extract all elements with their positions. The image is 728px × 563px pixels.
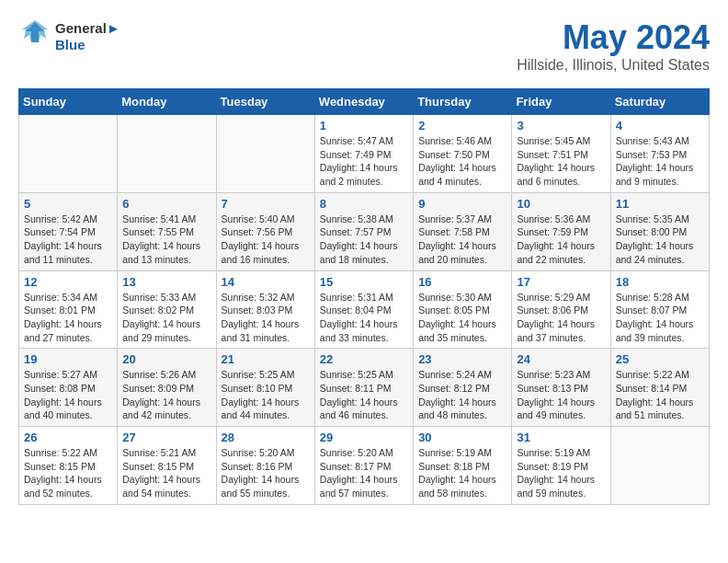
day-info: Sunrise: 5:34 AMSunset: 8:01 PMDaylight:… — [24, 291, 112, 345]
calendar-week-row: 5Sunrise: 5:42 AMSunset: 7:54 PMDaylight… — [19, 192, 710, 270]
table-row: 20Sunrise: 5:26 AMSunset: 8:09 PMDayligh… — [118, 349, 216, 427]
table-row — [19, 115, 118, 193]
table-row: 19Sunrise: 5:27 AMSunset: 8:08 PMDayligh… — [19, 349, 118, 427]
day-info: Sunrise: 5:37 AMSunset: 7:58 PMDaylight:… — [418, 213, 506, 267]
table-row: 23Sunrise: 5:24 AMSunset: 8:12 PMDayligh… — [414, 349, 512, 427]
day-number: 17 — [517, 275, 605, 289]
table-row: 28Sunrise: 5:20 AMSunset: 8:16 PMDayligh… — [216, 427, 314, 505]
day-info: Sunrise: 5:22 AMSunset: 8:14 PMDaylight:… — [616, 368, 704, 422]
day-number: 29 — [320, 431, 408, 444]
day-number: 19 — [24, 352, 112, 366]
day-number: 6 — [122, 197, 210, 211]
calendar-title-block: May 2024 Hillside, Illinois, United Stat… — [517, 18, 710, 74]
day-number: 26 — [24, 431, 112, 444]
table-row: 3Sunrise: 5:45 AMSunset: 7:51 PMDaylight… — [512, 115, 610, 193]
day-number: 7 — [222, 197, 310, 211]
day-info: Sunrise: 5:20 AMSunset: 8:16 PMDaylight:… — [222, 446, 310, 500]
day-info: Sunrise: 5:32 AMSunset: 8:03 PMDaylight:… — [222, 291, 310, 345]
day-info: Sunrise: 5:47 AMSunset: 7:49 PMDaylight:… — [320, 134, 408, 189]
day-number: 18 — [616, 275, 704, 289]
day-info: Sunrise: 5:43 AMSunset: 7:53 PMDaylight:… — [616, 134, 704, 189]
logo-bird-icon — [18, 18, 51, 52]
day-info: Sunrise: 5:41 AMSunset: 7:55 PMDaylight:… — [122, 213, 210, 267]
day-info: Sunrise: 5:35 AMSunset: 8:00 PMDaylight:… — [616, 213, 704, 267]
day-info: Sunrise: 5:20 AMSunset: 8:17 PMDaylight:… — [320, 446, 408, 500]
table-row: 25Sunrise: 5:22 AMSunset: 8:14 PMDayligh… — [610, 349, 709, 427]
table-row: 4Sunrise: 5:43 AMSunset: 7:53 PMDaylight… — [610, 115, 709, 193]
table-row: 1Sunrise: 5:47 AMSunset: 7:49 PMDaylight… — [314, 115, 413, 193]
day-number: 13 — [122, 275, 210, 289]
svg-marker-1 — [22, 20, 48, 42]
table-row: 17Sunrise: 5:29 AMSunset: 8:06 PMDayligh… — [512, 270, 610, 349]
day-info: Sunrise: 5:40 AMSunset: 7:56 PMDaylight:… — [222, 213, 310, 267]
table-row: 22Sunrise: 5:25 AMSunset: 8:11 PMDayligh… — [314, 349, 413, 427]
calendar-header-row: Sunday Monday Tuesday Wednesday Thursday… — [19, 89, 710, 115]
table-row: 14Sunrise: 5:32 AMSunset: 8:03 PMDayligh… — [216, 270, 314, 349]
table-row: 15Sunrise: 5:31 AMSunset: 8:04 PMDayligh… — [314, 270, 413, 349]
day-info: Sunrise: 5:21 AMSunset: 8:15 PMDaylight:… — [122, 446, 210, 500]
day-info: Sunrise: 5:46 AMSunset: 7:50 PMDaylight:… — [418, 134, 506, 189]
table-row: 12Sunrise: 5:34 AMSunset: 8:01 PMDayligh… — [19, 270, 118, 349]
calendar-week-row: 12Sunrise: 5:34 AMSunset: 8:01 PMDayligh… — [19, 270, 710, 349]
calendar-week-row: 19Sunrise: 5:27 AMSunset: 8:08 PMDayligh… — [19, 349, 710, 427]
day-number: 23 — [418, 352, 506, 366]
day-number: 14 — [222, 275, 310, 289]
day-number: 8 — [320, 197, 408, 211]
day-number: 3 — [517, 119, 605, 132]
day-number: 9 — [418, 197, 506, 211]
calendar-table: Sunday Monday Tuesday Wednesday Thursday… — [18, 88, 710, 505]
day-number: 10 — [517, 197, 605, 211]
day-number: 27 — [122, 431, 210, 444]
day-number: 28 — [222, 431, 310, 444]
day-number: 25 — [616, 352, 704, 366]
day-number: 16 — [418, 275, 506, 289]
table-row: 2Sunrise: 5:46 AMSunset: 7:50 PMDaylight… — [414, 115, 512, 193]
table-row: 29Sunrise: 5:20 AMSunset: 8:17 PMDayligh… — [314, 427, 413, 505]
day-info: Sunrise: 5:19 AMSunset: 8:19 PMDaylight:… — [517, 446, 605, 500]
day-number: 31 — [517, 431, 605, 444]
table-row: 30Sunrise: 5:19 AMSunset: 8:18 PMDayligh… — [414, 427, 512, 505]
day-number: 24 — [517, 352, 605, 366]
day-info: Sunrise: 5:30 AMSunset: 8:05 PMDaylight:… — [418, 291, 506, 345]
day-info: Sunrise: 5:27 AMSunset: 8:08 PMDaylight:… — [24, 368, 112, 422]
calendar-week-row: 26Sunrise: 5:22 AMSunset: 8:15 PMDayligh… — [19, 427, 710, 505]
day-number: 22 — [320, 352, 408, 366]
table-row — [216, 115, 314, 193]
day-info: Sunrise: 5:24 AMSunset: 8:12 PMDaylight:… — [418, 368, 506, 422]
day-number: 20 — [122, 352, 210, 366]
day-info: Sunrise: 5:23 AMSunset: 8:13 PMDaylight:… — [517, 368, 605, 422]
table-row: 8Sunrise: 5:38 AMSunset: 7:57 PMDaylight… — [314, 192, 413, 270]
header-thursday: Thursday — [414, 89, 512, 115]
day-info: Sunrise: 5:25 AMSunset: 8:10 PMDaylight:… — [222, 368, 310, 422]
table-row: 27Sunrise: 5:21 AMSunset: 8:15 PMDayligh… — [118, 427, 216, 505]
day-number: 1 — [320, 119, 408, 132]
day-number: 5 — [24, 197, 112, 211]
table-row: 11Sunrise: 5:35 AMSunset: 8:00 PMDayligh… — [610, 192, 709, 270]
table-row: 16Sunrise: 5:30 AMSunset: 8:05 PMDayligh… — [414, 270, 512, 349]
table-row: 9Sunrise: 5:37 AMSunset: 7:58 PMDaylight… — [414, 192, 512, 270]
day-info: Sunrise: 5:26 AMSunset: 8:09 PMDaylight:… — [122, 368, 210, 422]
day-number: 30 — [418, 431, 506, 444]
table-row: 21Sunrise: 5:25 AMSunset: 8:10 PMDayligh… — [216, 349, 314, 427]
day-info: Sunrise: 5:33 AMSunset: 8:02 PMDaylight:… — [122, 291, 210, 345]
header-saturday: Saturday — [610, 89, 709, 115]
table-row: 10Sunrise: 5:36 AMSunset: 7:59 PMDayligh… — [512, 192, 610, 270]
header-monday: Monday — [118, 89, 216, 115]
day-info: Sunrise: 5:38 AMSunset: 7:57 PMDaylight:… — [320, 213, 408, 267]
header-tuesday: Tuesday — [216, 89, 314, 115]
page-header: General► Blue May 2024 Hillside, Illinoi… — [18, 18, 710, 74]
day-info: Sunrise: 5:31 AMSunset: 8:04 PMDaylight:… — [320, 291, 408, 345]
table-row: 6Sunrise: 5:41 AMSunset: 7:55 PMDaylight… — [118, 192, 216, 270]
table-row — [118, 115, 216, 193]
day-number: 21 — [222, 352, 310, 366]
day-info: Sunrise: 5:45 AMSunset: 7:51 PMDaylight:… — [517, 134, 605, 189]
day-info: Sunrise: 5:29 AMSunset: 8:06 PMDaylight:… — [517, 291, 605, 345]
table-row: 5Sunrise: 5:42 AMSunset: 7:54 PMDaylight… — [19, 192, 118, 270]
day-info: Sunrise: 5:19 AMSunset: 8:18 PMDaylight:… — [418, 446, 506, 500]
table-row: 18Sunrise: 5:28 AMSunset: 8:07 PMDayligh… — [610, 270, 709, 349]
table-row: 26Sunrise: 5:22 AMSunset: 8:15 PMDayligh… — [19, 427, 118, 505]
calendar-month-year: May 2024 — [517, 18, 710, 57]
day-info: Sunrise: 5:36 AMSunset: 7:59 PMDaylight:… — [517, 213, 605, 267]
header-friday: Friday — [512, 89, 610, 115]
table-row — [610, 427, 709, 505]
